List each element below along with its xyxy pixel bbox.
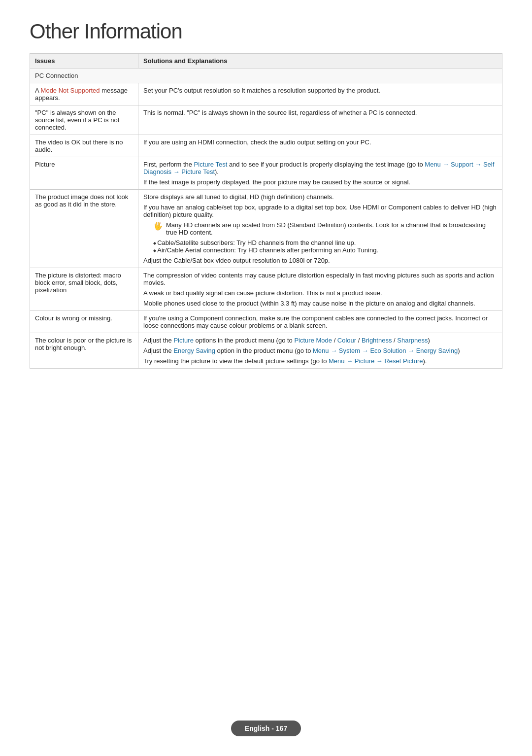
brightness-link[interactable]: Brightness [362,337,392,344]
solution-text: Adjust the Cable/Sat box video output re… [143,257,497,264]
page-footer: English - 167 [0,721,532,736]
solution-text: If you have an analog cable/set top box,… [143,204,497,218]
col-header-solutions: Solutions and Explanations [138,54,502,69]
picture-link2[interactable]: Picture [355,357,374,365]
solution-text: Store displays are all tuned to digital,… [143,193,497,201]
solution-text: If you are using an HDMI connection, che… [143,138,497,146]
menu-link2[interactable]: Menu [313,347,329,354]
table-row: Colour is wrong or missing. If you're us… [30,311,502,333]
page-title: Other Information [30,20,502,43]
solution-text: Mobile phones used close to the product … [143,300,497,307]
issue-cell: Colour is wrong or missing. [30,311,138,333]
section-header-pc: PC Connection [30,69,502,83]
picture-test-link2[interactable]: Picture Test [181,168,215,175]
list-item: Cable/Satellite subscribers: Try HD chan… [153,239,497,246]
support-link[interactable]: Support [451,161,473,168]
picture-test-link[interactable]: Picture Test [194,161,228,168]
solution-cell: Adjust the Picture options in the produc… [138,333,502,369]
solution-text: If you're using a Component connection, … [143,314,497,329]
solution-cell: If you are using an HDMI connection, che… [138,135,502,157]
hand-icon: 🖐 [153,221,163,231]
solution-text: This is normal. "PC" is always shown in … [143,109,497,116]
eco-solution-link[interactable]: Eco Solution [370,347,406,354]
solution-text: A weak or bad quality signal can cause p… [143,289,497,297]
reset-picture-link[interactable]: Reset Picture [384,357,423,365]
main-table: Issues Solutions and Explanations PC Con… [30,53,502,369]
issue-cell: The picture is distorted: macro block er… [30,268,138,311]
solution-text: Try resetting the picture to view the de… [143,357,497,365]
sharpness-link[interactable]: Sharpness [397,337,428,344]
issue-cell: The colour is poor or the picture is not… [30,333,138,369]
solution-text: If the test image is properly displayed,… [143,178,497,186]
solution-cell: Store displays are all tuned to digital,… [138,190,502,268]
indent-note: 🖐 Many HD channels are up scaled from SD… [153,221,497,236]
table-row: The colour is poor or the picture is not… [30,333,502,369]
energy-saving-link[interactable]: Energy Saving [173,347,215,354]
colour-link[interactable]: Colour [337,337,356,344]
solution-cell: This is normal. "PC" is always shown in … [138,105,502,135]
issue-cell: A Mode Not Supported message appears. [30,83,138,105]
bullet-list: Cable/Satellite subscribers: Try HD chan… [143,239,497,254]
table-row: "PC" is always shown on the source list,… [30,105,502,135]
solution-text: The compression of video contents may ca… [143,272,497,286]
list-item: Air/Cable Aerial connection: Try HD chan… [153,246,497,254]
system-link[interactable]: System [339,347,360,354]
table-row: A Mode Not Supported message appears. Se… [30,83,502,105]
col-header-issues: Issues [30,54,138,69]
picture-link[interactable]: Picture [173,337,193,344]
solution-cell: If you're using a Component connection, … [138,311,502,333]
menu-link[interactable]: Menu [425,161,441,168]
issue-cell: The product image does not look as good … [30,190,138,268]
energy-saving-link2[interactable]: Energy Saving [416,347,458,354]
table-row: The product image does not look as good … [30,190,502,268]
footer-badge: English - 167 [231,721,301,736]
table-row: The picture is distorted: macro block er… [30,268,502,311]
issue-cell: Picture [30,157,138,190]
indent-note-text: Many HD channels are up scaled from SD (… [166,221,497,236]
picture-mode-link[interactable]: Picture Mode [294,337,332,344]
solution-cell: The compression of video contents may ca… [138,268,502,311]
solution-text: Adjust the Energy Saving option in the p… [143,347,497,354]
solution-text: Adjust the Picture options in the produc… [143,337,497,344]
menu-link3[interactable]: Menu [329,357,345,365]
solution-text: First, perform the Picture Test and to s… [143,161,497,175]
mode-not-supported-text: Mode Not Supported [41,87,100,94]
section-header-pc-label: PC Connection [30,69,502,83]
solution-text: Set your PC's output resolution so it ma… [143,87,497,94]
table-row: Picture First, perform the Picture Test … [30,157,502,190]
solution-cell: Set your PC's output resolution so it ma… [138,83,502,105]
solution-cell: First, perform the Picture Test and to s… [138,157,502,190]
issue-cell: "PC" is always shown on the source list,… [30,105,138,135]
issue-cell: The video is OK but there is no audio. [30,135,138,157]
table-row: The video is OK but there is no audio. I… [30,135,502,157]
